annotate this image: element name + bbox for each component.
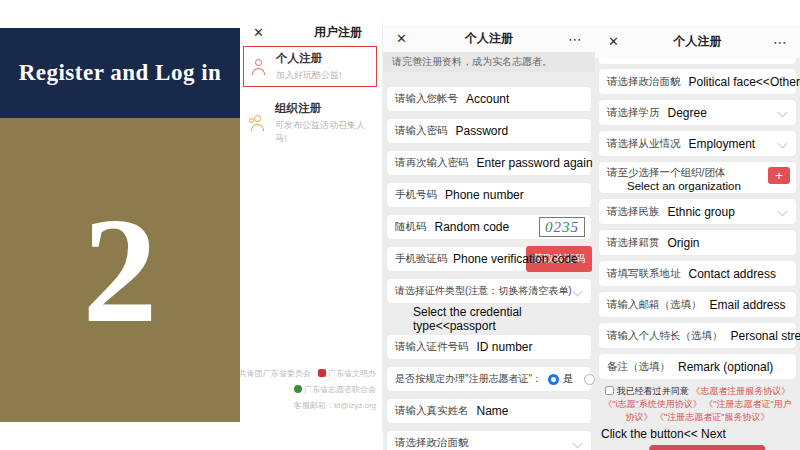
- organization-annotation: Select an organization: [607, 180, 788, 192]
- password-input[interactable]: 请输入密码 Password: [387, 119, 591, 143]
- screen3-header: ✕ 个人注册 ⋯: [595, 25, 800, 58]
- phone-number-input[interactable]: 手机号码 Phone number: [387, 183, 591, 207]
- password-confirm-input[interactable]: 请再次输入密码 Enter password again: [387, 151, 591, 175]
- strengths-placeholder: 请输入个人特长（选填）: [607, 329, 723, 343]
- promo-step-block: 2: [0, 118, 240, 422]
- email-placeholder: 请输入邮箱（选填）: [607, 298, 702, 312]
- email-input[interactable]: 请输入邮箱（选填） Email address: [599, 292, 796, 317]
- origin-select[interactable]: 请选择籍贯 Origin: [599, 230, 796, 255]
- add-organization-button[interactable]: +: [768, 167, 790, 184]
- degree-select[interactable]: 请选择学历 Degree: [599, 100, 796, 125]
- volunteer-card-radio-group: 是否按规定办理"注册志愿者证"： 是 否: [387, 367, 591, 391]
- screen2-header: ✕ 个人注册 ⋯: [383, 25, 595, 52]
- civilization-office-logo-icon: [318, 369, 326, 377]
- form-hint: 请完善注册资料，成为实名志愿者。: [383, 52, 595, 72]
- get-sms-code-button[interactable]: 获取验证码: [526, 246, 592, 272]
- account-input[interactable]: 请输入您帐号 Account: [387, 87, 591, 111]
- random-code-input[interactable]: 随机码 Random code 0235: [387, 215, 591, 239]
- personal-registration-subtitle: 加入好玩酷公益!: [276, 69, 342, 82]
- organization-registration-label: 组织注册: [275, 101, 371, 116]
- remark-annotation: Remark (optional): [678, 360, 773, 374]
- personal-registration-item[interactable]: 个人注册 加入好玩酷公益!: [243, 46, 377, 87]
- chevron-down-icon: [778, 139, 788, 149]
- sms-code-input[interactable]: 手机验证码 获取验证码 Phone verification code: [387, 247, 591, 271]
- screen-personal-registration-1: ✕ 个人注册 ⋯ 请完善注册资料，成为实名志愿者。 请输入您帐号 Account…: [383, 25, 595, 450]
- more-menu-icon[interactable]: ⋯: [773, 34, 788, 50]
- degree-placeholder: 请选择学历: [607, 106, 660, 120]
- contact-address-placeholder: 请填写联系地址: [607, 267, 681, 281]
- chevron-down-icon: [778, 108, 788, 118]
- personal-registration-label: 个人注册: [276, 51, 342, 66]
- promo-panel: Register and Log in 2: [0, 28, 240, 422]
- random-code-placeholder: 随机码: [395, 220, 427, 234]
- credential-type-placeholder: 请选择证件类型(注意：切换将清空表单): [395, 284, 572, 298]
- promo-header: Register and Log in: [0, 28, 240, 118]
- account-annotation: Account: [466, 92, 509, 106]
- ethnic-group-placeholder: 请选择民族: [607, 205, 660, 219]
- sponsor-footer: 共青团广东省委员会 广东省文明办 广东省志愿者联合会 客服邮箱：kf@izyz.…: [240, 366, 376, 414]
- remark-input[interactable]: 备注（选填） Remark (optional): [599, 354, 796, 379]
- organization-registration-item[interactable]: 组织注册 可发布公益活动召集人马!: [243, 102, 377, 143]
- password-confirm-placeholder: 请再次输入密码: [395, 156, 469, 170]
- credential-type-annotation: Select the credential type<<passport: [387, 305, 591, 333]
- real-name-placeholder: 请输入真实姓名: [395, 404, 469, 418]
- id-number-annotation: ID number: [477, 340, 533, 354]
- group-icon: [249, 114, 266, 131]
- account-placeholder: 请输入您帐号: [395, 92, 458, 106]
- password-annotation: Password: [456, 124, 509, 138]
- agreement-prefix: 我已经看过并同意: [617, 386, 692, 396]
- contact-address-input[interactable]: 请填写联系地址 Contact address: [599, 261, 796, 286]
- organization-picker[interactable]: 请至少选择一个组织/团体 + Select an organization: [599, 162, 796, 193]
- degree-annotation: Degree: [668, 106, 707, 120]
- next-annotation: Click the button<< Next: [599, 424, 796, 441]
- employment-placeholder: 请选择从业情况: [607, 137, 681, 151]
- chevron-down-icon: [573, 438, 583, 448]
- political-status-select[interactable]: 请选择政治面貌 Political face<<Other: [599, 69, 796, 94]
- employment-annotation: Employment: [689, 137, 756, 151]
- step-number: 2: [83, 195, 158, 345]
- origin-annotation: Origin: [668, 236, 700, 250]
- captcha-image[interactable]: 0235: [539, 217, 585, 237]
- ethnic-group-select[interactable]: 请选择民族 Ethnic group: [599, 199, 796, 224]
- political-status-placeholder: 请选择政治面貌: [395, 436, 469, 450]
- employment-select[interactable]: 请选择从业情况 Employment: [599, 131, 796, 156]
- more-menu-icon[interactable]: ⋯: [568, 31, 583, 47]
- sms-code-placeholder: 手机验证码: [395, 252, 448, 266]
- screen-personal-registration-2: ✕ 个人注册 ⋯ 请选择政治面貌 Political face<<Other 请…: [595, 25, 800, 450]
- screen2-title: 个人注册: [383, 30, 595, 47]
- organization-placeholder: 请至少选择一个组织/团体: [607, 166, 725, 180]
- radio-yes-label: 是: [563, 372, 574, 386]
- cut-off-row: [599, 58, 796, 64]
- sponsor-org2: 广东省文明办: [328, 369, 376, 378]
- screen3-title: 个人注册: [595, 33, 800, 50]
- id-number-input[interactable]: 请输入证件号码 ID number: [387, 335, 591, 359]
- next-page-button[interactable]: 下一页: [649, 445, 765, 450]
- support-email: 客服邮箱：kf@izyz.org: [240, 398, 376, 414]
- sponsor-org3: 广东省志愿者联合会: [304, 385, 376, 394]
- person-icon: [250, 58, 267, 75]
- random-code-annotation: Random code: [435, 220, 510, 234]
- screen1-title: 用户注册: [240, 24, 382, 41]
- political-status-placeholder: 请选择政治面貌: [607, 75, 681, 89]
- real-name-input[interactable]: 请输入真实姓名 Name: [387, 399, 591, 423]
- credential-type-select[interactable]: 请选择证件类型(注意：切换将清空表单): [387, 279, 591, 303]
- email-annotation: Email address: [710, 298, 786, 312]
- chevron-down-icon: [778, 207, 788, 217]
- phone-number-annotation: Phone number: [445, 188, 524, 202]
- phone-number-placeholder: 手机号码: [395, 188, 437, 202]
- agreement-checkbox[interactable]: [605, 386, 614, 395]
- volunteer-card-question: 是否按规定办理"注册志愿者证"：: [395, 372, 542, 386]
- chevron-down-icon: [573, 286, 583, 296]
- origin-placeholder: 请选择籍贯: [607, 236, 660, 250]
- screen-user-registration: ✕ 用户注册 个人注册 加入好玩酷公益! 组织注册 可发布公益活动召集人马! 共…: [240, 20, 383, 432]
- strengths-annotation: Personal strengths: [731, 329, 800, 343]
- radio-no[interactable]: [584, 374, 595, 385]
- strengths-input[interactable]: 请输入个人特长（选填） Personal strengths: [599, 323, 796, 348]
- political-status-annotation: Political face<<Other: [689, 75, 800, 89]
- password-confirm-annotation: Enter password again: [477, 156, 593, 170]
- password-placeholder: 请输入密码: [395, 124, 448, 138]
- tutorial-slide: Register and Log in 2 ✕ 用户注册 个人注册 加入好玩酷公…: [0, 0, 800, 450]
- organization-registration-subtitle: 可发布公益活动召集人马!: [275, 119, 371, 145]
- radio-yes[interactable]: [548, 374, 559, 385]
- political-status-select[interactable]: 请选择政治面貌: [387, 431, 591, 450]
